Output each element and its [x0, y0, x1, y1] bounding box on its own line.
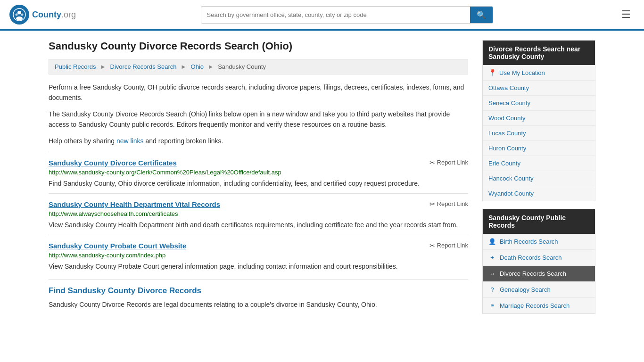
result-title-3[interactable]: Sandusky County Probate Court Website: [49, 242, 186, 250]
sidebar-county-huron[interactable]: Huron County: [483, 141, 595, 156]
sidebar-county-wyandot[interactable]: Wyandot County: [483, 186, 595, 201]
sidebar-records-title: Sandusky County Public Records: [483, 209, 595, 234]
breadcrumb-ohio[interactable]: Ohio: [191, 63, 204, 70]
search-area: 🔍: [201, 6, 493, 24]
result-title-1[interactable]: Sandusky County Divorce Certificates: [49, 159, 177, 167]
scissors-icon-3: ✂: [429, 242, 435, 249]
sidebar-county-hancock[interactable]: Hancock County: [483, 171, 595, 186]
sidebar-county-erie[interactable]: Erie County: [483, 156, 595, 171]
report-link-3[interactable]: ✂ Report Link: [429, 242, 468, 249]
breadcrumb-current: Sandusky County: [218, 63, 266, 70]
logo-area: County.org: [9, 5, 76, 25]
bottom-section-heading: Find Sandusky County Divorce Records: [49, 286, 468, 296]
sidebar-record-death[interactable]: + Death Records Search: [483, 250, 595, 266]
breadcrumb: Public Records ► Divorce Records Search …: [49, 59, 468, 74]
sidebar-county-wood[interactable]: Wood County: [483, 111, 595, 126]
result-desc-1: Find Sandusky County, Ohio divorce certi…: [49, 179, 468, 189]
sidebar-nearby-box: Divorce Records Search near Sandusky Cou…: [482, 40, 595, 201]
result-item-3: Sandusky County Probate Court Website ✂ …: [49, 235, 468, 276]
arrows-icon: ↔: [488, 270, 496, 277]
result-item-1: Sandusky County Divorce Certificates ✂ R…: [49, 152, 468, 193]
location-pin-icon: 📍: [488, 69, 496, 76]
result-title-2[interactable]: Sandusky County Health Department Vital …: [49, 200, 220, 208]
plus-icon: +: [488, 254, 496, 261]
result-desc-2: View Sandusky County Health Department b…: [49, 220, 468, 230]
sidebar-county-lucas[interactable]: Lucas County: [483, 126, 595, 141]
result-item-2: Sandusky County Health Department Vital …: [49, 193, 468, 235]
scissors-icon-1: ✂: [429, 159, 435, 166]
result-desc-3: View Sandusky County Probate Court gener…: [49, 262, 468, 272]
sidebar-use-location[interactable]: 📍 Use My Location: [483, 65, 595, 81]
search-button[interactable]: 🔍: [470, 7, 493, 23]
page-title: Sandusky County Divorce Records Search (…: [49, 40, 468, 52]
sidebar-record-divorce[interactable]: ↔ Divorce Records Search: [483, 266, 595, 282]
result-url-3[interactable]: http://www.sandusky-county.com/index.php: [49, 252, 468, 259]
scissors-icon-2: ✂: [429, 200, 435, 208]
logo-text: County.org: [32, 10, 76, 20]
desc-para-3: Help others by sharing new links and rep…: [49, 136, 468, 146]
rings-icon: ⚭: [488, 302, 496, 309]
question-icon: ?: [488, 286, 496, 293]
sidebar-record-genealogy[interactable]: ? Genealogy Search: [483, 282, 595, 298]
sidebar-records-box: Sandusky County Public Records 👤 Birth R…: [482, 209, 595, 314]
sidebar-county-ottawa[interactable]: Ottawa County: [483, 81, 595, 96]
main-container: Sandusky County Divorce Records Search (…: [39, 31, 605, 331]
person-icon: 👤: [488, 238, 496, 245]
new-links-link[interactable]: new links: [116, 137, 144, 145]
desc-para-2: The Sandusky County Divorce Records Sear…: [49, 109, 468, 130]
logo-icon: [9, 5, 29, 25]
svg-point-2: [16, 16, 23, 20]
breadcrumb-divorce-records[interactable]: Divorce Records Search: [110, 63, 177, 70]
bottom-section: Find Sandusky County Divorce Records San…: [49, 279, 468, 310]
sidebar-nearby-title: Divorce Records Search near Sandusky Cou…: [483, 41, 595, 65]
result-url-2[interactable]: http://www.alwayschoosehealth.com/certif…: [49, 210, 468, 217]
report-link-2[interactable]: ✂ Report Link: [429, 200, 468, 208]
result-url-1[interactable]: http://www.sandusky-county.org/Clerk/Com…: [49, 169, 468, 176]
svg-point-4: [21, 14, 24, 16]
search-input[interactable]: [201, 8, 470, 22]
header: County.org 🔍 ☰: [0, 0, 644, 31]
desc-para-1: Perform a free Sandusky County, OH publi…: [49, 82, 468, 103]
sidebar-county-seneca[interactable]: Seneca County: [483, 96, 595, 111]
sidebar-record-marriage[interactable]: ⚭ Marriage Records Search: [483, 298, 595, 313]
content-area: Sandusky County Divorce Records Search (…: [49, 40, 468, 321]
menu-icon[interactable]: ☰: [618, 7, 635, 23]
bottom-section-desc: Sandusky County Divorce Records are lega…: [49, 299, 468, 310]
svg-point-1: [17, 11, 21, 15]
sidebar: Divorce Records Search near Sandusky Cou…: [482, 40, 595, 321]
report-link-1[interactable]: ✂ Report Link: [429, 159, 468, 166]
breadcrumb-public-records[interactable]: Public Records: [55, 63, 96, 70]
sidebar-record-birth[interactable]: 👤 Birth Records Search: [483, 234, 595, 250]
svg-point-3: [16, 14, 18, 16]
